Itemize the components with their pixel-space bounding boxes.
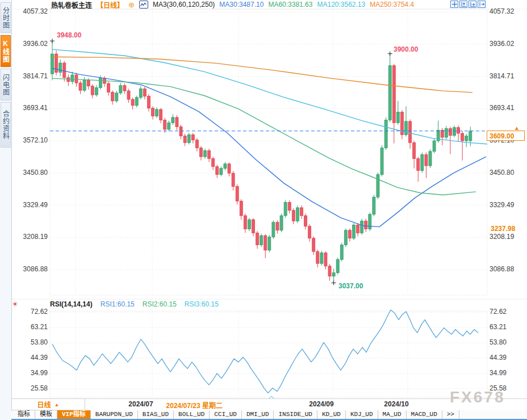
candle xyxy=(316,250,319,267)
candle xyxy=(433,138,436,153)
bottom-tab[interactable]: CCI_UD xyxy=(210,410,242,419)
candle xyxy=(369,212,371,231)
candle xyxy=(421,153,424,173)
candle xyxy=(417,157,420,182)
candle xyxy=(361,219,363,235)
price-tick-label: 3450.80 xyxy=(11,169,48,177)
candle xyxy=(353,223,355,240)
price-tick-label: 3814.71 xyxy=(11,72,48,81)
rsi-tick-label: 63.21 xyxy=(490,323,526,331)
candle xyxy=(216,165,219,178)
chart-canvas[interactable] xyxy=(0,0,527,420)
price-tick-label: 3572.10 xyxy=(11,136,48,145)
period-selector-button[interactable]: 日线 ▲ xyxy=(11,398,85,410)
candle xyxy=(260,234,263,247)
candle xyxy=(461,131,464,160)
bottom-tab[interactable]: MACD_UD xyxy=(407,410,442,419)
sidebar-tab-flash-chart[interactable]: 闪电图 xyxy=(1,69,11,100)
rsi-header: RSI(14,14,14) RSI1:60.15 RSI2:60.15 RSI3… xyxy=(50,300,219,308)
candle xyxy=(79,81,82,94)
candle xyxy=(304,213,307,229)
candle xyxy=(95,85,98,97)
candle xyxy=(373,195,375,216)
rsi-tick-label: 34.99 xyxy=(490,369,526,377)
crosshair-tool-icon[interactable] xyxy=(450,1,458,8)
extreme-marker xyxy=(332,280,336,285)
sidebar-tab-kline-chart[interactable]: K线图 xyxy=(1,35,11,67)
rsi1-value: RSI1:60.15 xyxy=(101,300,135,308)
candle xyxy=(268,235,271,253)
mini-chart-icon[interactable] xyxy=(139,1,148,9)
bottom-tab[interactable]: INSIDE_UD xyxy=(274,410,317,419)
bottom-tab[interactable]: >> xyxy=(442,410,459,419)
price-tick-label: 4057.32 xyxy=(490,7,526,16)
axis-zoom-horizontal-icon[interactable] xyxy=(469,1,476,8)
candle xyxy=(143,87,146,99)
ma120-value: MA120:3562.13 xyxy=(317,1,365,9)
candle xyxy=(388,54,391,123)
rsi-title: RSI(14,14,14) xyxy=(50,300,93,308)
candle xyxy=(123,83,126,94)
bottom-tab[interactable]: BARUPDN_UD xyxy=(91,410,138,419)
sidebar-tab-contract-info[interactable]: 合约资料 xyxy=(1,102,11,148)
candle xyxy=(228,162,231,176)
candle xyxy=(51,41,54,80)
rsi-line xyxy=(52,310,478,393)
candle xyxy=(413,141,416,169)
sidebar-tab-time-chart[interactable]: 分时图 xyxy=(1,2,11,33)
ma-line-ma250 xyxy=(52,57,472,93)
add-icon[interactable]: ⊕ xyxy=(128,1,135,9)
candle xyxy=(199,146,202,160)
bottom-tab[interactable]: 指标 xyxy=(13,410,35,419)
candle xyxy=(284,200,287,218)
candle xyxy=(179,125,182,139)
bottom-tab[interactable]: 模板 xyxy=(35,410,57,419)
candle xyxy=(71,72,74,84)
candle xyxy=(256,231,259,249)
price-tick-label: 3693.41 xyxy=(490,104,526,112)
rsi-tick-label: 72.62 xyxy=(11,308,48,316)
time-hover-label: 2024/07/23 星期二 xyxy=(145,400,223,410)
price-tick-label: 3936.02 xyxy=(11,40,48,48)
candle xyxy=(212,157,215,170)
price-tick-label: 3208.19 xyxy=(490,233,526,241)
candle xyxy=(183,134,186,146)
candle xyxy=(288,200,291,213)
indicator-tab-bar: 指标模板VIP指标BARUPDN_UDBIAS_UDBOLL_UDCCI_UDD… xyxy=(11,410,527,420)
bottom-tab[interactable]: VIP指标 xyxy=(57,410,91,419)
candle xyxy=(115,91,118,103)
ma250-value: MA250:3754.4 xyxy=(370,1,414,9)
candle xyxy=(55,51,58,75)
period-label: 【日线】 xyxy=(97,0,124,10)
current-price-box: 3609.00 xyxy=(487,131,525,141)
candle xyxy=(392,64,395,143)
bottom-tab[interactable]: BIAS_UD xyxy=(138,410,174,419)
bottom-tab[interactable]: DMI_UD xyxy=(242,410,274,419)
bottom-tab[interactable]: BOLL_UD xyxy=(174,410,210,419)
candle xyxy=(453,125,456,137)
price-up-arrow-icon: ▲ xyxy=(514,125,520,131)
candle xyxy=(336,258,339,275)
restore-view-icon[interactable] xyxy=(478,1,486,8)
candle xyxy=(131,98,134,110)
candle xyxy=(324,251,327,269)
bottom-tab[interactable]: MA_UD xyxy=(378,410,407,419)
candle xyxy=(232,171,235,190)
bottom-tab[interactable]: KD_UD xyxy=(317,410,346,419)
price-tick-label: 3086.88 xyxy=(490,265,526,274)
axis-zoom-vertical-icon[interactable] xyxy=(459,1,467,8)
candle xyxy=(252,219,255,237)
candle xyxy=(224,162,227,170)
ma30-value: MA30:3487.10 xyxy=(219,1,264,9)
price-tick-label: 3329.49 xyxy=(11,201,48,209)
high-price-label: 3948.00 xyxy=(57,31,81,39)
candle xyxy=(264,234,267,258)
rsi-settings-icon[interactable]: ☀ xyxy=(12,300,18,308)
candle xyxy=(240,199,242,220)
time-tick-label: 2024/10 xyxy=(374,400,419,408)
candle xyxy=(127,89,130,103)
ma-group-label: MA3(30,60,120,250) xyxy=(153,1,215,9)
price-tick-label: 3086.88 xyxy=(11,265,48,274)
bottom-tab[interactable]: KDJ_UD xyxy=(346,410,378,419)
candle xyxy=(156,107,158,118)
